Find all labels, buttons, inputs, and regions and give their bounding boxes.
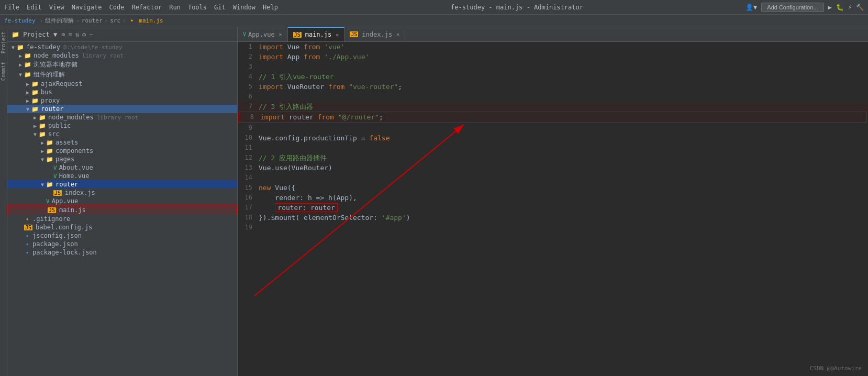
menu-view[interactable]: View <box>49 4 64 11</box>
tree-babel-config[interactable]: ▶ JS babel.config.js <box>7 223 237 231</box>
add-configuration-button[interactable]: Add Configuration... <box>761 3 824 12</box>
user-icon[interactable]: 👤▼ <box>745 4 757 11</box>
tree-about-vue[interactable]: ▶ V About.vue <box>7 163 237 172</box>
minimize-icon[interactable]: − <box>89 31 93 38</box>
menu-git[interactable]: Git <box>214 4 226 11</box>
line-content-8[interactable]: import router from "@/router"; <box>260 112 866 122</box>
build-icon[interactable]: 🔨 <box>856 4 864 11</box>
line-content-18[interactable]: }).$mount( elementOrSelector: '#app') <box>259 213 868 223</box>
code-line-15: 15 new Vue({ <box>238 183 868 193</box>
line-content-10[interactable]: Vue.config.productionTip = false <box>259 133 868 143</box>
menu-file[interactable]: File <box>4 4 19 11</box>
debug-icon[interactable]: 🐛 <box>836 4 844 11</box>
line-content-11[interactable] <box>259 143 868 153</box>
tree-gitignore[interactable]: ▶ 🔸 .gitignore <box>7 215 237 223</box>
line-num-8: 8 <box>239 112 260 122</box>
tree-package-json[interactable]: ▶ 🔹 package.json <box>7 240 237 248</box>
tree-router-inner[interactable]: ▼ 📁 router <box>7 180 237 189</box>
tree-package-lock[interactable]: ▶ 🔹 package-lock.json <box>7 248 237 257</box>
menu-bar[interactable]: File Edit View Navigate Code Refactor Ru… <box>4 4 278 11</box>
expand-arrow: ▼ <box>17 72 24 78</box>
tab-close-index-js[interactable]: ✕ <box>396 31 399 37</box>
json-file-icon: 🔹 <box>24 250 30 256</box>
tab-close-app-vue[interactable]: ✕ <box>279 31 282 37</box>
tree-public[interactable]: ▶ 📁 public <box>7 121 237 130</box>
settings-icon[interactable]: ⚙ <box>82 31 86 38</box>
expand-arrow: ▶ <box>24 90 31 95</box>
expand-arrow: ▶ <box>39 148 46 154</box>
breadcrumb-src[interactable]: src <box>110 17 120 24</box>
file-tree: ▼ 📁 fe-studey D:\code\fe-studey ▶ 📁 node… <box>7 42 237 376</box>
commit-label[interactable]: Commit <box>0 58 7 85</box>
line-content-15[interactable]: new Vue({ <box>259 183 868 193</box>
js-file-icon: JS <box>48 207 56 213</box>
line-content-1[interactable]: import Vue from 'vue' <box>259 42 868 52</box>
add-icon[interactable]: ⊕ <box>61 31 65 38</box>
menu-window[interactable]: Window <box>233 4 255 11</box>
tree-zujian[interactable]: ▼ 📁 组件的理解 <box>7 70 237 80</box>
tree-main-js[interactable]: ▶ JS main.js <box>7 205 237 215</box>
line-content-5[interactable]: import VueRouter from "vue-router"; <box>259 82 868 92</box>
folder-icon: 📁 <box>24 61 31 68</box>
collapse-all-icon[interactable]: ≡ <box>68 31 72 38</box>
breadcrumb-mainjs[interactable]: 🔸 main.js <box>128 17 163 24</box>
code-editor[interactable]: 1 import Vue from 'vue' 2 import App fro… <box>238 42 868 376</box>
line-num-3: 3 <box>238 62 259 72</box>
toggle-icon[interactable]: ⇅ <box>75 31 79 38</box>
tree-router[interactable]: ▼ 📁 router <box>7 105 237 113</box>
line-content-12[interactable]: // 2 应用路由器插件 <box>259 153 868 163</box>
tree-browser-storage[interactable]: ▶ 📁 浏览器本地存储 <box>7 60 237 70</box>
tree-home-vue[interactable]: ▶ V Home.vue <box>7 172 237 180</box>
line-content-19[interactable] <box>259 223 868 233</box>
expand-arrow: ▶ <box>31 123 39 129</box>
breadcrumb-router[interactable]: router <box>82 17 103 24</box>
menu-navigate[interactable]: Navigate <box>72 4 102 11</box>
tree-pages[interactable]: ▼ 📁 pages <box>7 155 237 163</box>
menu-tools[interactable]: Tools <box>188 4 207 11</box>
run-icon[interactable]: ▶ <box>828 4 832 11</box>
tree-jsconfig[interactable]: ▶ 🔹 jsconfig.json <box>7 231 237 240</box>
breadcrumb-zujian[interactable]: 组件的理解 <box>45 17 74 25</box>
tree-node-modules[interactable]: ▶ 📁 node_modules library root <box>7 51 237 60</box>
sidebar: 📁 Project ▼ ⊕ ≡ ⇅ ⚙ − ▼ 📁 fe-studey D:\c… <box>7 27 238 376</box>
line-num-9: 9 <box>238 123 259 133</box>
line-content-14[interactable] <box>259 173 868 183</box>
menu-help[interactable]: Help <box>263 4 278 11</box>
left-panel-labels: Project Commit <box>0 27 7 376</box>
json-file-icon: 🔹 <box>24 241 30 247</box>
tree-components[interactable]: ▶ 📁 components <box>7 147 237 155</box>
tree-src[interactable]: ▼ 📁 src <box>7 130 237 138</box>
line-content-17[interactable]: router: router <box>259 203 868 213</box>
tab-app-vue[interactable]: V App.vue ✕ <box>238 27 288 41</box>
tab-close-main-js[interactable]: ✕ <box>336 32 339 38</box>
tree-assets[interactable]: ▶ 📁 assets <box>7 138 237 147</box>
folder-icon: 📁 <box>39 114 46 121</box>
expand-arrow: ▼ <box>31 131 39 137</box>
menu-refactor[interactable]: Refactor <box>131 4 162 11</box>
tree-bus[interactable]: ▶ 📁 bus <box>7 88 237 96</box>
line-num-10: 10 <box>238 133 259 143</box>
tree-ajaxrequest[interactable]: ▶ 📁 ajaxRequest <box>7 80 237 88</box>
menu-run[interactable]: Run <box>169 4 181 11</box>
tab-index-js[interactable]: JS index.js ✕ <box>344 27 405 41</box>
tree-index-js[interactable]: ▶ JS index.js <box>7 189 237 197</box>
line-content-16[interactable]: render: h => h(App), <box>259 193 868 203</box>
menu-code[interactable]: Code <box>109 4 125 11</box>
tab-main-js[interactable]: JS main.js ✕ <box>288 27 345 41</box>
project-label[interactable]: Project <box>0 27 7 58</box>
line-content-6[interactable] <box>259 92 868 102</box>
tree-proxy[interactable]: ▶ 📁 proxy <box>7 96 237 105</box>
line-num-12: 12 <box>238 153 259 163</box>
line-content-7[interactable]: // 3 引入路由器 <box>259 102 868 112</box>
line-content-9[interactable] <box>259 123 868 133</box>
tree-app-vue[interactable]: ▶ V App.vue <box>7 197 237 205</box>
line-content-2[interactable]: import App from './App.vue' <box>259 52 868 62</box>
line-content-4[interactable]: // 1 引入vue-router <box>259 72 868 82</box>
main-content: Project Commit 📁 Project ▼ ⊕ ≡ ⇅ ⚙ − ▼ 📁… <box>0 27 868 376</box>
menu-edit[interactable]: Edit <box>27 4 42 11</box>
line-content-13[interactable]: Vue.use(VueRouter) <box>259 163 868 173</box>
line-content-3[interactable] <box>259 62 868 72</box>
profile-icon[interactable]: ⚡ <box>848 4 852 11</box>
tree-root[interactable]: ▼ 📁 fe-studey D:\code\fe-studey <box>7 43 237 51</box>
tree-router-node-modules[interactable]: ▶ 📁 node_modules library root <box>7 113 237 121</box>
